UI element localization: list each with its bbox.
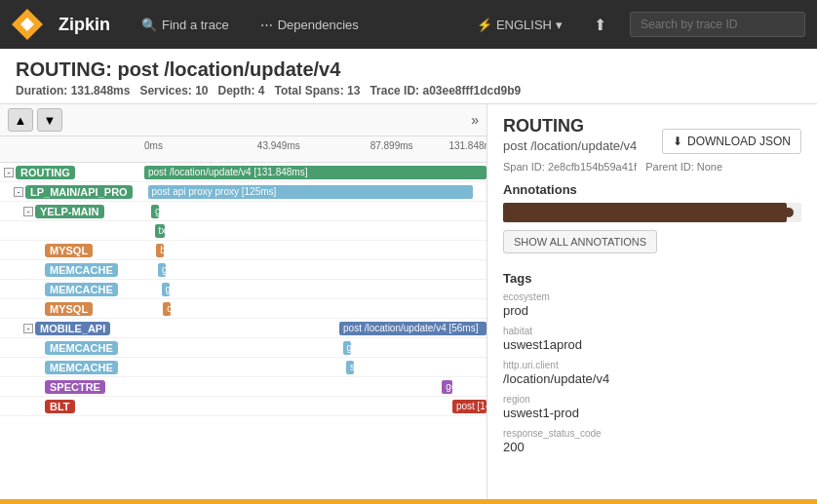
find-trace-nav[interactable]: 🔍 Find a trace <box>134 14 237 36</box>
tag-value: /location/update/v4 <box>503 371 801 386</box>
collapse-down-button[interactable]: ▼ <box>37 108 62 132</box>
annotations-title: Annotations <box>503 182 801 197</box>
annotations-bar <box>503 203 801 222</box>
trace-rows: -ROUTINGpost /location/update/v4 [131.84… <box>0 163 486 499</box>
tag-item: http.uri.client/location/update/v4 <box>503 360 801 386</box>
span-bar[interactable]: post /location/update/v4 [56ms] <box>339 322 486 335</box>
collapse-toggle[interactable]: - <box>23 324 33 333</box>
service-cell: MEMCACHE <box>0 360 144 375</box>
annotation-dot-end <box>784 208 794 217</box>
search-nav-icon: 🔍 <box>141 18 157 32</box>
span-id-value: 2e8cfb154b59a41f <box>548 161 637 173</box>
timeline-header: 0ms 43.949ms 87.899ms 131.848ms <box>0 136 486 163</box>
service-badge[interactable]: MEMCACHE <box>45 341 118 355</box>
span-bar[interactable]: set mobile_api_nonce [1.026ms] <box>346 361 354 374</box>
collapse-toggle[interactable]: - <box>4 168 14 177</box>
services-value: 10 <box>195 84 208 97</box>
tags-container: ecosystemprodhabitatuswest1aprodhttp.uri… <box>503 291 801 454</box>
service-badge[interactable]: LP_MAIN/API_PRO <box>25 185 133 199</box>
dependencies-nav[interactable]: ⋯ Dependencies <box>253 14 367 36</box>
tag-key: region <box>503 394 801 405</box>
duration-label: Duration: <box>16 84 67 97</box>
service-cell: BLT <box>0 399 144 414</box>
table-row: -LP_MAIN/API_PROpost api proxy proxy [12… <box>0 182 486 202</box>
span-cell: get user_details_cache-20150901 [1.068ms… <box>144 261 486 279</box>
translate-icon: ⚡ <box>477 18 492 32</box>
scale-88ms: 87.899ms <box>370 140 413 151</box>
table-row: txn: user_get_basic_and_scout_info [3.88… <box>0 221 486 241</box>
detail-span-info: Span ID: 2e8cfb154b59a41f Parent ID: Non… <box>503 161 801 173</box>
language-select[interactable]: ⚡ ENGLISH ▾ <box>469 14 570 36</box>
span-bar[interactable]: post /location/update/v4 [131.848ms] <box>144 166 486 179</box>
scale-0ms: 0ms <box>144 140 163 151</box>
collapse-up-button[interactable]: ▲ <box>8 108 33 132</box>
table-row: MEMCACHEget user_details_cache-20150901 … <box>0 260 486 280</box>
collapse-toggle[interactable]: - <box>23 207 33 216</box>
span-bar[interactable]: get_multi mobile_api_nonce [1.066ms] <box>343 341 351 355</box>
main-area: ▲ ▼ » 0ms 43.949ms 87.899ms 131.848ms -R… <box>0 104 817 499</box>
service-badge[interactable]: MYSQL <box>45 302 93 316</box>
span-bar[interactable]: get my_cache_name_v2 [993µs] <box>151 205 159 218</box>
service-badge[interactable]: MEMCACHE <box>45 283 118 296</box>
tag-item: ecosystemprod <box>503 291 801 318</box>
table-row: MEMCACHEset mobile_api_nonce [1.026ms] <box>0 358 486 377</box>
span-bar[interactable]: post [14ms] <box>452 400 486 413</box>
service-cell: MEMCACHE <box>0 282 144 297</box>
span-bar[interactable]: get [3ms] <box>442 380 452 394</box>
span-cell: get my_cache_name_v2 [993µs] <box>144 203 486 220</box>
dependencies-nav-icon: ⋯ <box>260 18 273 32</box>
table-row: MEMCACHEget_multi mobile_api_nonce [1.06… <box>0 338 486 358</box>
expand-all-button[interactable]: » <box>471 112 479 128</box>
span-cell: post /location/update/v4 [131.848ms] <box>144 164 486 181</box>
download-icon: ⬇ <box>673 135 682 148</box>
service-col-header <box>0 138 144 160</box>
tag-value: 200 <box>503 440 801 454</box>
span-bar[interactable]: commit [374µs] <box>163 302 171 316</box>
service-badge[interactable]: SPECTRE <box>45 380 105 394</box>
table-row: MYSQLbegin [445µs] <box>0 241 486 260</box>
service-cell: -YELP-MAIN <box>0 204 144 219</box>
parent-id-value: None <box>697 161 722 173</box>
span-cell: begin [445µs] <box>144 242 486 259</box>
depth-value: 4 <box>258 84 265 97</box>
service-cell: MYSQL <box>0 301 144 317</box>
trace-id-search[interactable] <box>630 12 805 37</box>
tag-item: regionuswest1-prod <box>503 394 801 420</box>
span-cell: get_multi mobile_api_nonce [1.066ms] <box>144 339 486 357</box>
service-badge[interactable]: MYSQL <box>45 244 93 257</box>
tag-item: habitatuswest1aprod <box>503 326 801 352</box>
annotations-bar-fill <box>503 203 787 222</box>
total-spans-label: Total Spans: <box>275 84 344 97</box>
span-id-label: Span ID: <box>503 161 545 173</box>
service-badge[interactable]: MOBILE_API <box>35 322 110 335</box>
chevron-down-icon: ▾ <box>556 18 563 32</box>
tag-value: uswest1aprod <box>503 337 801 352</box>
service-badge[interactable]: YELP-MAIN <box>35 205 104 218</box>
span-bar[interactable]: begin [445µs] <box>156 244 164 257</box>
tag-key: habitat <box>503 326 801 336</box>
span-bar[interactable]: get_multi my_cache_name_v1 [233µs] <box>162 283 170 296</box>
annotation-dot-start <box>506 208 516 217</box>
service-badge[interactable]: ROUTING <box>16 166 75 179</box>
show-all-annotations-button[interactable]: SHOW ALL ANNOTATIONS <box>503 230 657 253</box>
parent-id-label: Parent ID: <box>645 161 694 173</box>
tags-title: Tags <box>503 271 801 286</box>
service-badge[interactable]: MEMCACHE <box>45 361 118 374</box>
timeline-scale: 0ms 43.949ms 87.899ms 131.848ms <box>144 138 486 160</box>
collapse-toggle[interactable]: - <box>14 187 23 197</box>
service-badge[interactable]: BLT <box>45 400 75 413</box>
span-bar[interactable]: get user_details_cache-20150901 [1.068ms… <box>158 263 166 277</box>
service-badge[interactable]: MEMCACHE <box>45 263 118 277</box>
services-label: Services: <box>139 84 191 97</box>
table-row: -YELP-MAINget my_cache_name_v2 [993µs] <box>0 202 486 221</box>
service-cell: MEMCACHE <box>0 262 144 278</box>
detail-panel: ROUTING post /location/update/v4 Span ID… <box>487 104 817 499</box>
download-json-button[interactable]: ⬇ DOWNLOAD JSON <box>662 129 801 154</box>
scale-44ms: 43.949ms <box>257 140 300 151</box>
upload-button[interactable]: ⬆ <box>586 12 614 38</box>
page-header: ROUTING: post /location/update/v4 Durati… <box>0 49 817 104</box>
span-bar[interactable]: txn: user_get_basic_and_scout_info [3.88… <box>155 224 166 238</box>
trace-id-label: Trace ID: <box>370 84 419 97</box>
span-bar[interactable]: post api proxy proxy [125ms] <box>148 185 473 199</box>
tag-value: uswest1-prod <box>503 406 801 420</box>
